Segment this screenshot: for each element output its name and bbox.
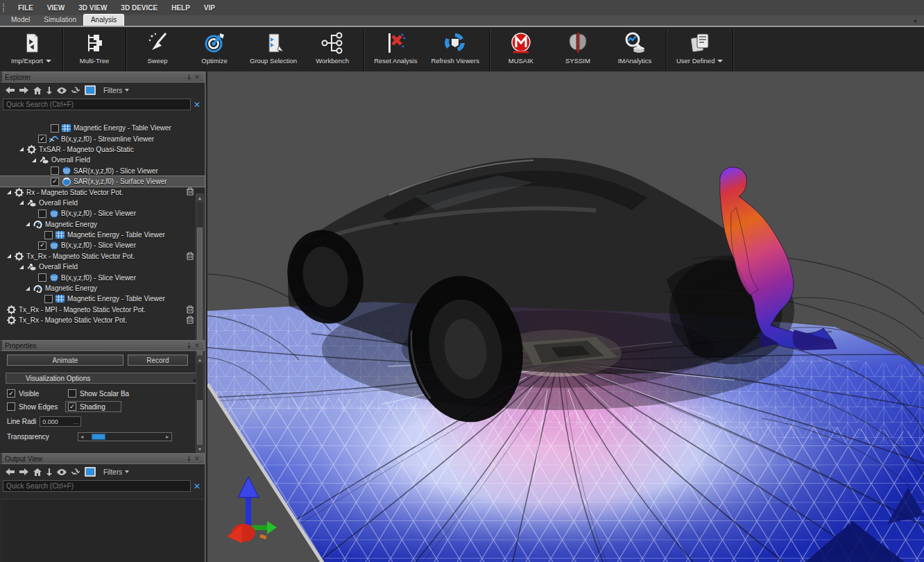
tree-row[interactable]: B(x,y,z,f0) - Slice Viewer bbox=[0, 208, 205, 219]
tree-row[interactable]: Tx_Rx - MPI - Magneto Static Vector Pot. bbox=[0, 305, 205, 315]
scroll-down-icon[interactable]: ▼ bbox=[196, 445, 203, 453]
viewer-icon[interactable] bbox=[85, 85, 96, 95]
properties-title-bar[interactable]: Properties ✕ bbox=[0, 340, 205, 351]
tree-row[interactable]: Overall Field bbox=[0, 155, 205, 165]
tree-row[interactable]: Overall Field bbox=[0, 262, 205, 272]
clear-search-icon[interactable]: ✕ bbox=[194, 100, 202, 110]
delete-icon[interactable] bbox=[187, 252, 194, 262]
tree-row[interactable]: Magnetic Energy bbox=[0, 219, 205, 230]
tree-row[interactable]: TxSAR - Magneto Quasi-Static bbox=[0, 144, 205, 155]
tree-row[interactable]: B(x,y,z,f0) - Slice Viewer bbox=[0, 272, 205, 282]
tree-checkbox[interactable] bbox=[51, 124, 59, 133]
animate-button[interactable]: Animate bbox=[7, 355, 123, 366]
eye-icon[interactable] bbox=[57, 469, 67, 475]
properties-scroll-thumb[interactable] bbox=[197, 400, 203, 445]
tree-row[interactable]: Magnetic Energy bbox=[0, 283, 205, 293]
refresh-viewers-button[interactable]: Refresh Viewers bbox=[424, 28, 486, 71]
slider-right-arrow-icon[interactable]: ► bbox=[165, 434, 170, 439]
pin-icon[interactable] bbox=[185, 73, 193, 81]
reset-analysis-button[interactable]: Reset Analysis bbox=[367, 28, 424, 71]
sync-icon[interactable] bbox=[71, 87, 80, 94]
imanalytics-button[interactable]: IMAnalytics bbox=[606, 28, 663, 71]
menu-3d-view[interactable]: 3D VIEW bbox=[72, 3, 113, 13]
visualization-options-header[interactable]: Visualization Options bbox=[6, 373, 199, 384]
3d-viewport[interactable] bbox=[207, 71, 924, 562]
close-icon[interactable]: ✕ bbox=[193, 454, 201, 463]
tree-row[interactable]: Tx_Rx - Magneto Static Vector Pot. bbox=[0, 315, 205, 325]
tree-row[interactable]: ✓B(x,y,z,f0) - Slice Viewer bbox=[0, 240, 205, 250]
tree-row[interactable]: ✓B(x,y,z,f0) - Streamline Viewer bbox=[0, 133, 205, 144]
filters-dropdown[interactable]: Filters bbox=[103, 87, 129, 94]
scroll-up-icon[interactable]: ▲ bbox=[196, 356, 203, 364]
expander-icon[interactable] bbox=[19, 147, 24, 151]
tree-row[interactable]: Overall Field bbox=[0, 198, 205, 208]
menu-view[interactable]: VIEW bbox=[41, 3, 71, 13]
sync-icon[interactable] bbox=[71, 468, 80, 476]
explorer-search-input[interactable] bbox=[3, 99, 191, 110]
eye-icon[interactable] bbox=[57, 87, 67, 94]
line-radius-more-button[interactable]: ... bbox=[74, 418, 79, 425]
tree-checkbox[interactable] bbox=[51, 167, 59, 175]
menu-vip[interactable]: VIP bbox=[198, 3, 221, 13]
imp-export-button[interactable]: Imp/Export bbox=[3, 28, 60, 71]
tree-checkbox[interactable] bbox=[38, 273, 46, 282]
checkbox-shading[interactable]: ✓Shading bbox=[65, 401, 121, 412]
home-icon[interactable] bbox=[33, 468, 42, 476]
expander-icon[interactable] bbox=[19, 201, 24, 205]
viewer-icon[interactable] bbox=[85, 467, 96, 477]
close-icon[interactable]: ✕ bbox=[193, 341, 201, 350]
tree-checkbox[interactable] bbox=[44, 231, 53, 239]
properties-scrollbar[interactable]: ▲ ▼ bbox=[196, 355, 204, 454]
tree-row[interactable]: Magnetic Energy - Table Viewer bbox=[0, 230, 205, 240]
tree-row[interactable]: ✓SAR(x,y,z,f0) - Surface Viewer bbox=[0, 176, 205, 187]
expander-icon[interactable] bbox=[19, 265, 24, 269]
expander-icon[interactable] bbox=[26, 222, 30, 226]
tab-analysis[interactable]: Analysis bbox=[83, 14, 124, 26]
expander-icon[interactable] bbox=[7, 254, 11, 258]
tree-checkbox[interactable] bbox=[44, 295, 53, 303]
tree-checkbox[interactable]: ✓ bbox=[51, 178, 59, 186]
checkbox-icon[interactable] bbox=[7, 402, 15, 411]
output-view-title-bar[interactable]: Output View ✕ bbox=[0, 453, 205, 464]
tab-model[interactable]: Model bbox=[4, 15, 37, 26]
optimize-button[interactable]: Optimize bbox=[186, 28, 243, 71]
syssim-button[interactable]: SYSSIM bbox=[549, 28, 606, 71]
tree-row[interactable]: Magnetic Energy - Table Viewer bbox=[0, 123, 205, 133]
menu-help[interactable]: HELP bbox=[165, 3, 196, 13]
user-defined-button[interactable]: User Defined bbox=[669, 28, 730, 71]
tabbar-overflow-chevron-icon[interactable]: ▼ bbox=[912, 18, 918, 25]
forward-icon[interactable] bbox=[19, 468, 28, 475]
back-icon[interactable] bbox=[6, 468, 15, 475]
transparency-slider[interactable]: ◄ ► bbox=[78, 432, 172, 441]
slider-left-arrow-icon[interactable]: ◄ bbox=[80, 434, 85, 439]
tree-checkbox[interactable] bbox=[38, 210, 46, 218]
line-radius-input[interactable]: 0.000 ... bbox=[40, 416, 81, 427]
tree-row[interactable]: SAR(x,y,z,f0) - Slice Viewer bbox=[0, 166, 205, 176]
pin-icon[interactable] bbox=[185, 454, 193, 463]
menu-file[interactable]: FILE bbox=[12, 3, 40, 13]
delete-icon[interactable] bbox=[187, 305, 194, 315]
expander-icon[interactable] bbox=[32, 158, 36, 162]
down-icon[interactable] bbox=[46, 87, 52, 94]
multi-tree-button[interactable]: Multi-Tree bbox=[66, 28, 123, 71]
output-search-input[interactable] bbox=[3, 480, 191, 492]
dropdown-caret-icon[interactable] bbox=[717, 60, 723, 62]
delete-icon[interactable] bbox=[187, 316, 194, 325]
close-icon[interactable]: ✕ bbox=[193, 73, 201, 81]
transparency-slider-handle[interactable] bbox=[92, 434, 105, 440]
tab-simulation[interactable]: Simulation bbox=[37, 15, 83, 26]
tree-checkbox[interactable]: ✓ bbox=[38, 135, 46, 143]
scroll-up-icon[interactable]: ▲ bbox=[196, 194, 203, 202]
sweep-button[interactable]: Sweep bbox=[129, 28, 186, 71]
checkbox-visible[interactable]: ✓Visible bbox=[7, 389, 68, 398]
expander-icon[interactable] bbox=[26, 287, 30, 291]
back-icon[interactable] bbox=[6, 87, 15, 94]
down-icon[interactable] bbox=[46, 468, 52, 476]
musaik-button[interactable]: MUSAIK bbox=[493, 28, 549, 71]
clear-search-icon[interactable]: ✕ bbox=[194, 482, 202, 491]
checkbox-icon[interactable] bbox=[68, 389, 76, 398]
tree-checkbox[interactable]: ✓ bbox=[38, 241, 46, 250]
tree-row[interactable]: Tx_Rx - Magneto Static Vector Pot. bbox=[0, 251, 205, 262]
delete-icon[interactable] bbox=[187, 187, 194, 197]
checkbox-show-edges[interactable]: Show Edges bbox=[7, 401, 68, 412]
